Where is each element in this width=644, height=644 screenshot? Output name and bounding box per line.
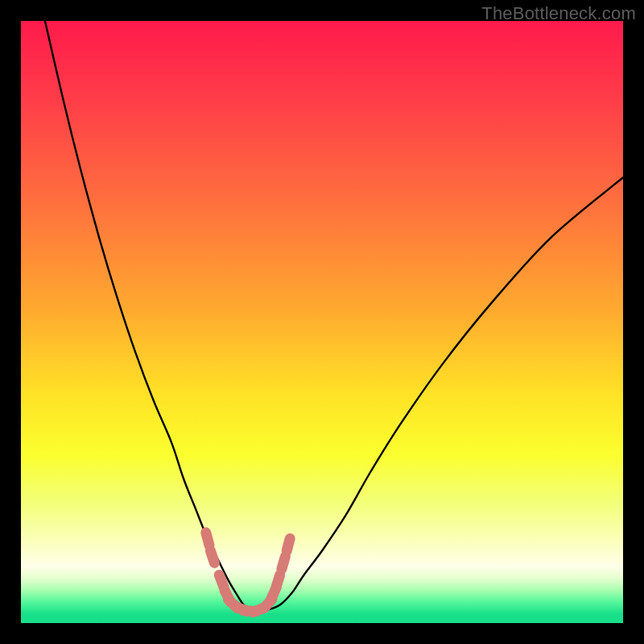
overlay-marker (206, 533, 209, 545)
outer-frame: TheBottleneck.com (0, 0, 644, 644)
bottleneck-curve (45, 21, 623, 611)
overlay-marker (210, 551, 214, 563)
curve-layer (21, 21, 623, 623)
dotted-overlay-group (206, 533, 290, 613)
plot-area (21, 21, 623, 623)
overlay-marker (276, 575, 280, 587)
watermark-text: TheBottleneck.com (481, 3, 636, 24)
overlay-marker (287, 539, 290, 551)
overlay-marker (282, 557, 285, 569)
overlay-marker (219, 575, 224, 587)
